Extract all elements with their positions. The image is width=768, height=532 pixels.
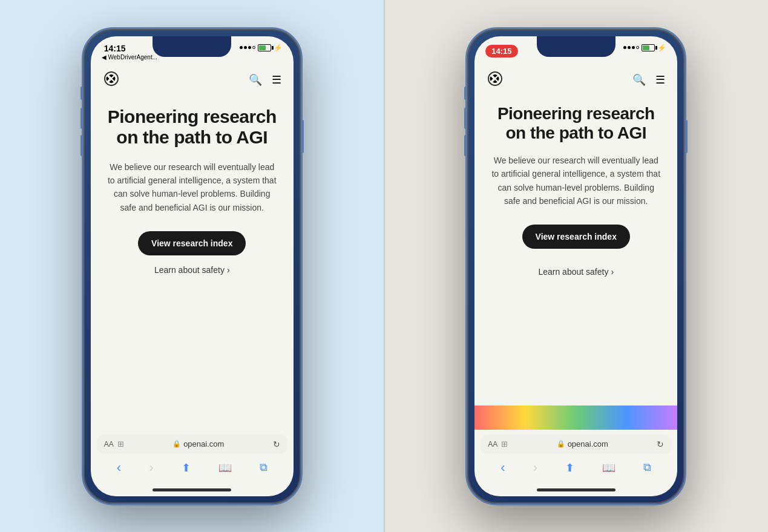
hero-title-left: Pioneering research on the path to AGI — [105, 107, 279, 148]
charging-right: ⚡ — [657, 44, 666, 52]
bookmarks-button-left[interactable]: 📖 — [218, 461, 232, 475]
secondary-link-right[interactable]: Learn about safety › — [489, 267, 663, 277]
menu-icon-left[interactable]: ☰ — [272, 73, 281, 87]
right-panel: 14:15 ⚡ — [384, 0, 769, 532]
forward-button-left[interactable]: › — [149, 460, 153, 476]
openai-logo-left — [103, 70, 120, 90]
back-button-left[interactable]: ‹ — [117, 460, 121, 476]
hero-subtitle-left: We believe our research will eventually … — [105, 160, 279, 215]
search-icon-right[interactable]: 🔍 — [632, 73, 646, 87]
panel-divider — [384, 0, 385, 532]
content-left: Pioneering research on the path to AGI W… — [91, 94, 294, 287]
hero-title-right: Pioneering research on the path to AGI — [489, 104, 663, 143]
tabs-button-right[interactable]: ⧉ — [643, 461, 651, 474]
status-back-left: ◀ WebDriverAgent... — [102, 54, 157, 61]
forward-button-right[interactable]: › — [533, 460, 537, 476]
share-button-left[interactable]: ⬆ — [182, 461, 191, 475]
url-text-right: openai.com — [568, 439, 608, 448]
url-section-left: 🔒 openai.com — [172, 439, 224, 448]
tabs-button-left[interactable]: ⧉ — [260, 461, 267, 474]
dot4r — [636, 46, 639, 49]
address-bar-right[interactable]: AA ⊞ 🔒 openai.com ↻ — [481, 435, 671, 454]
status-time-left: 14:15 — [102, 44, 157, 53]
lock-icon-left: 🔒 — [172, 440, 181, 448]
battery-left — [258, 44, 271, 51]
status-icons-left: ⚡ — [240, 44, 283, 52]
nav-icons-left: 🔍 ☰ — [249, 73, 281, 87]
iphone-left: 14:15 ◀ WebDriverAgent... ⚡ — [82, 27, 303, 505]
back-button-right[interactable]: ‹ — [501, 460, 505, 476]
lock-icon-right: 🔒 — [557, 440, 565, 448]
nav-bar-right: 🔍 ☰ — [474, 65, 677, 94]
home-indicator-left — [153, 488, 231, 491]
dot3 — [248, 46, 251, 49]
dot1r — [623, 46, 626, 49]
colorful-bar-right — [474, 406, 677, 430]
volume-up-button-right — [464, 108, 467, 129]
menu-icon-right[interactable]: ☰ — [655, 73, 665, 87]
openai-logo-right — [487, 70, 504, 90]
dot3r — [632, 46, 635, 49]
dot2r — [628, 46, 631, 49]
left-panel: 14:15 ◀ WebDriverAgent... ⚡ — [0, 0, 384, 532]
address-left-side-right: AA ⊞ — [488, 439, 508, 448]
battery-fill-left — [259, 45, 266, 50]
reload-icon-left[interactable]: ↻ — [273, 439, 280, 449]
bottom-nav-left: ‹ › ⬆ 📖 ⧉ — [91, 454, 294, 485]
signal-left — [240, 46, 255, 49]
bottom-nav-right: ‹ › ⬆ 📖 ⧉ — [474, 454, 677, 485]
hero-subtitle-right: We believe our research will eventually … — [489, 154, 663, 208]
notch-right — [537, 36, 615, 57]
volume-down-button-right — [464, 135, 467, 156]
dot2 — [244, 46, 247, 49]
signal-right — [623, 46, 639, 49]
search-icon-left[interactable]: 🔍 — [249, 73, 262, 87]
silent-switch — [80, 87, 84, 100]
battery-right — [642, 44, 655, 51]
battery-fill-right — [643, 45, 649, 50]
iphone-left-screen: 14:15 ◀ WebDriverAgent... ⚡ — [91, 36, 294, 496]
cta-button-left[interactable]: View research index — [138, 231, 246, 255]
volume-up-button — [80, 108, 84, 129]
dot1 — [240, 46, 243, 49]
url-section-right: 🔒 openai.com — [557, 439, 608, 448]
nav-bar-left: 🔍 ☰ — [91, 65, 294, 94]
dot4 — [252, 46, 255, 49]
home-indicator-right — [537, 488, 615, 491]
status-time-right: 14:15 — [485, 45, 517, 57]
bookmarks-button-right[interactable]: 📖 — [602, 461, 615, 475]
status-icons-right: ⚡ — [623, 44, 666, 52]
nav-icons-right: 🔍 ☰ — [632, 73, 665, 87]
address-bar-left[interactable]: AA ⊞ 🔒 openai.com ↻ — [97, 435, 287, 454]
content-right: Pioneering research on the path to AGI W… — [474, 94, 677, 406]
address-left-side: AA ⊞ — [104, 439, 124, 448]
silent-switch-right — [464, 87, 467, 100]
url-text-left: openai.com — [183, 439, 224, 448]
notch-left — [153, 36, 231, 57]
reload-icon-right[interactable]: ↻ — [657, 439, 664, 449]
iphone-right: 14:15 ⚡ — [465, 27, 686, 505]
cta-button-right[interactable]: View research index — [522, 225, 630, 249]
volume-down-button — [80, 135, 84, 156]
share-button-right[interactable]: ⬆ — [565, 461, 574, 475]
secondary-link-left[interactable]: Learn about safety › — [105, 265, 279, 275]
power-button-right — [684, 120, 688, 153]
power-button — [301, 120, 304, 153]
charging-left: ⚡ — [274, 44, 283, 52]
iphone-right-screen: 14:15 ⚡ — [474, 36, 677, 496]
